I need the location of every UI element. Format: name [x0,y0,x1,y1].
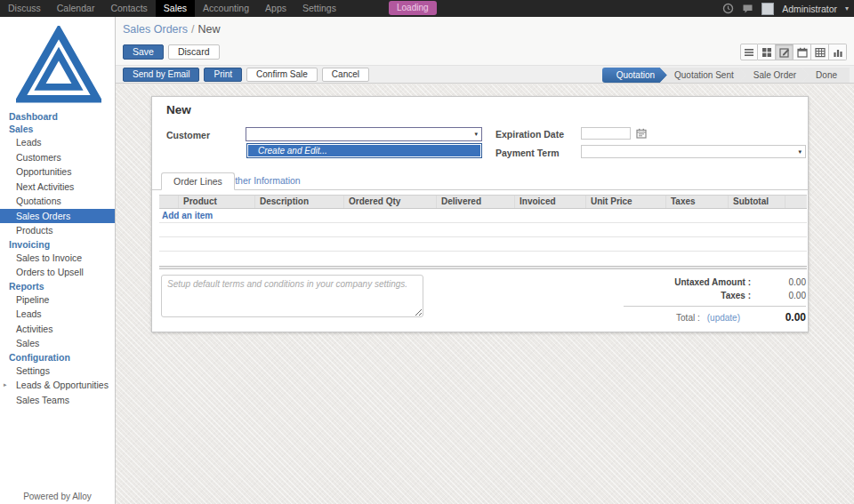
stage-quotation-sent[interactable]: Quotation Sent [660,68,746,83]
powered-by-label: Powered by Alloy [0,492,115,501]
sidebar-item-sales-orders[interactable]: Sales Orders [0,209,115,224]
user-menu[interactable]: Administrator [782,4,837,14]
breadcrumb-parent-link[interactable]: Sales Orders [123,23,188,36]
send-by-email-button[interactable]: Send by Email [123,68,199,82]
handle-column-header [159,196,179,208]
chevron-down-icon: ▾ [798,148,802,156]
control-panel: Sales Orders/New Save Discard [116,17,854,65]
sidebar-menu: Dashboard Sales Leads Customers Opportun… [0,110,115,407]
total-value: 0.00 [747,311,806,324]
add-an-item-link[interactable]: Add an item [159,209,213,223]
customer-input[interactable]: ▾ [246,127,482,141]
breadcrumb-current: New [197,23,220,36]
menu-accounting[interactable]: Accounting [195,0,257,17]
sidebar-item-activities[interactable]: Activities [0,322,115,337]
list-view-icon[interactable] [740,44,758,60]
column-invoiced[interactable]: Invoiced [515,196,586,208]
record-title: New [166,103,191,116]
tab-order-lines[interactable]: Order Lines [161,172,235,190]
terms-and-conditions-textarea[interactable] [161,275,423,317]
sidebar-item-quotations[interactable]: Quotations [0,194,115,209]
form-view-icon[interactable] [776,44,794,60]
menu-settings[interactable]: Settings [294,0,344,17]
sidebar-item-opportunities[interactable]: Opportunities [0,164,115,180]
order-lines-table: Product Description Ordered Qty Delivere… [159,195,807,269]
user-avatar[interactable] [761,3,774,15]
sidebar: Dashboard Sales Leads Customers Opportun… [0,17,116,504]
create-and-edit-option[interactable]: Create and Edit... [248,145,480,156]
sidebar-item-pipeline[interactable]: Pipeline [0,292,115,308]
update-total-link[interactable]: (update) [707,313,740,323]
expiration-date-label: Expiration Date [495,129,564,140]
sidebar-item-sales-teams[interactable]: Sales Teams [0,393,115,408]
discard-button[interactable]: Discard [168,44,220,60]
sidebar-item-leads-report[interactable]: Leads [0,307,115,322]
payment-term-label: Payment Term [495,148,560,158]
print-button[interactable]: Print [204,68,242,82]
column-unit-price[interactable]: Unit Price [586,196,666,208]
add-item-row: Add an item [159,209,807,223]
date-picker-icon[interactable] [636,128,647,140]
taxes-value: 0.00 [751,289,806,302]
sidebar-item-orders-to-upsell[interactable]: Orders to Upsell [0,265,115,280]
empty-table-row [159,252,807,266]
content-background: New Customer ▾ Create and Edit... Expira… [116,84,854,504]
sidebar-item-leads-opportunities[interactable]: ▸ Leads & Opportunities [0,378,115,393]
column-description[interactable]: Description [255,196,344,208]
chevron-down-icon[interactable]: ▾ [474,131,478,138]
sidebar-item-settings[interactable]: Settings [0,364,115,379]
sidebar-item-label: Leads & Opportunities [16,380,109,390]
sidebar-item-customers[interactable]: Customers [0,150,115,165]
stage-quotation[interactable]: Quotation [602,68,667,83]
empty-table-row [159,223,807,237]
stage-done[interactable]: Done [802,68,850,83]
column-subtotal[interactable]: Subtotal [729,196,786,208]
top-navbar: Discuss Calendar Contacts Sales Accounti… [0,0,854,17]
cancel-button[interactable]: Cancel [322,68,369,82]
sidebar-item-sales-report[interactable]: Sales [0,336,115,351]
totals-panel: Untaxed Amount : 0.00 Taxes : 0.00 Total… [624,276,806,325]
kanban-view-icon[interactable] [758,44,776,60]
expand-caret-icon[interactable]: ▸ [4,378,7,393]
menu-discuss[interactable]: Discuss [0,0,49,17]
sidebar-item-sales-to-invoice[interactable]: Sales to Invoice [0,251,115,266]
sidebar-item-products[interactable]: Products [0,223,115,238]
sidebar-item-sales[interactable]: Sales [0,123,115,135]
stage-sale-order[interactable]: Sale Order [739,68,809,83]
graph-view-icon[interactable] [829,44,847,60]
menu-sales[interactable]: Sales [156,0,195,17]
calendar-view-icon[interactable] [794,44,811,60]
company-logo-icon [16,26,101,106]
customer-dropdown: Create and Edit... [246,143,482,158]
sidebar-item-invoicing[interactable]: Invoicing [0,238,115,251]
column-ordered-qty[interactable]: Ordered Qty [344,196,437,208]
column-product[interactable]: Product [179,196,255,208]
column-delivered[interactable]: Delivered [437,196,515,208]
sidebar-item-configuration[interactable]: Configuration [0,351,115,364]
sidebar-item-dashboard[interactable]: Dashboard [0,110,115,123]
total-label: Total : [676,313,700,323]
pivot-view-icon[interactable] [811,44,829,60]
sidebar-item-reports[interactable]: Reports [0,280,115,292]
top-menu: Discuss Calendar Contacts Sales Accounti… [0,0,344,17]
expiration-date-input[interactable] [581,127,631,140]
sidebar-item-next-activities[interactable]: Next Activities [0,180,115,195]
confirm-sale-button[interactable]: Confirm Sale [246,68,318,82]
menu-contacts[interactable]: Contacts [102,0,155,17]
save-button[interactable]: Save [123,44,164,60]
payment-term-select[interactable]: ▾ [581,145,806,158]
app-window: Discuss Calendar Contacts Sales Accounti… [0,0,854,504]
breadcrumb: Sales Orders/New [123,23,220,36]
totals-divider [624,306,806,307]
messages-icon[interactable] [742,3,753,14]
view-switcher [740,44,847,60]
sidebar-item-leads[interactable]: Leads [0,135,115,150]
taxes-label: Taxes : [624,289,751,302]
breadcrumb-separator: / [191,23,194,36]
activities-icon[interactable] [722,3,734,14]
menu-apps[interactable]: Apps [257,0,294,17]
untaxed-amount-value: 0.00 [751,276,806,289]
menu-calendar[interactable]: Calendar [49,0,103,17]
untaxed-amount-label: Untaxed Amount : [624,276,751,289]
column-taxes[interactable]: Taxes [666,196,729,208]
